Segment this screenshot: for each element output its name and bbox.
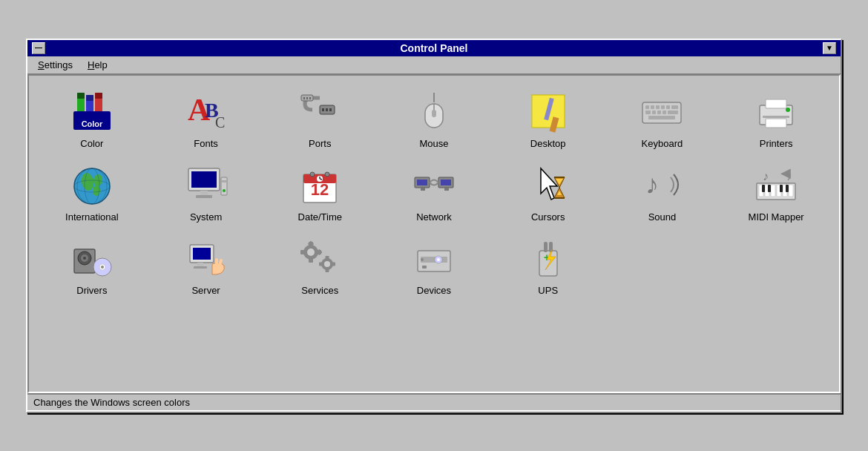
drivers-icon bbox=[68, 234, 116, 282]
desktop-icon-item[interactable]: Desktop bbox=[491, 83, 605, 154]
sound-icon: ♪ bbox=[638, 161, 685, 208]
svg-point-45 bbox=[786, 108, 790, 112]
datetime-icon-item[interactable]: 12 Date/Time bbox=[263, 157, 377, 227]
cursors-icon bbox=[525, 161, 572, 208]
svg-rect-20 bbox=[306, 97, 308, 99]
drivers-icon-item[interactable]: Drivers bbox=[35, 230, 149, 300]
minimize-maximize-button[interactable]: ▼ bbox=[823, 42, 836, 54]
services-label: Services bbox=[301, 285, 338, 296]
devices-icon bbox=[410, 234, 458, 282]
status-text: Changes the Windows screen colors bbox=[33, 397, 190, 408]
svg-rect-54 bbox=[191, 171, 217, 188]
desktop-label: Desktop bbox=[530, 138, 566, 149]
svg-rect-15 bbox=[322, 108, 324, 111]
fonts-label: Fonts bbox=[194, 138, 218, 149]
svg-rect-116 bbox=[326, 268, 329, 272]
devices-label: Devices bbox=[417, 285, 451, 296]
international-label: International bbox=[65, 211, 119, 223]
system-menu-button[interactable]: — bbox=[32, 42, 45, 54]
svg-rect-38 bbox=[662, 111, 666, 114]
ports-label: Ports bbox=[309, 138, 331, 149]
svg-rect-30 bbox=[651, 105, 654, 109]
svg-rect-58 bbox=[222, 180, 226, 182]
svg-point-97 bbox=[83, 257, 86, 260]
svg-rect-33 bbox=[666, 105, 670, 109]
svg-rect-117 bbox=[319, 262, 323, 266]
svg-text:♪: ♪ bbox=[763, 170, 769, 182]
svg-rect-16 bbox=[326, 108, 328, 111]
printers-icon bbox=[752, 88, 800, 135]
svg-rect-35 bbox=[645, 111, 651, 114]
svg-point-121 bbox=[421, 258, 424, 261]
svg-rect-42 bbox=[766, 99, 786, 108]
svg-rect-103 bbox=[197, 263, 203, 266]
ups-icon-item[interactable]: + - UPS bbox=[491, 230, 605, 300]
server-icon bbox=[183, 234, 230, 282]
ups-icon: + - bbox=[525, 234, 572, 282]
cursors-icon-item[interactable]: Cursors bbox=[491, 157, 605, 227]
settings-menu[interactable]: Settings bbox=[30, 58, 80, 72]
icons-grid: Color Color A B C Fonts bbox=[35, 83, 833, 300]
svg-point-64 bbox=[325, 172, 329, 177]
svg-rect-104 bbox=[194, 266, 207, 269]
svg-rect-17 bbox=[329, 108, 332, 111]
mouse-icon-item[interactable]: Mouse bbox=[377, 83, 491, 154]
svg-rect-109 bbox=[300, 250, 306, 254]
services-icon bbox=[296, 234, 343, 282]
color-icon-item[interactable]: Color Color bbox=[35, 83, 149, 154]
svg-rect-19 bbox=[303, 97, 305, 99]
svg-rect-21 bbox=[309, 97, 311, 99]
svg-rect-44 bbox=[763, 116, 789, 118]
svg-rect-84 bbox=[771, 185, 775, 197]
sound-label: Sound bbox=[648, 211, 677, 223]
network-label: Network bbox=[416, 211, 452, 223]
svg-rect-37 bbox=[657, 111, 661, 114]
ports-icon-item[interactable]: Ports bbox=[263, 83, 377, 154]
network-icon-item[interactable]: Network bbox=[377, 157, 491, 227]
system-icon bbox=[183, 161, 230, 208]
menu-bar: Settings Help bbox=[27, 56, 841, 74]
svg-rect-71 bbox=[441, 180, 451, 185]
international-icon-item[interactable]: International bbox=[35, 157, 149, 227]
svg-rect-69 bbox=[417, 180, 427, 185]
svg-text:Color: Color bbox=[81, 119, 102, 128]
svg-rect-1 bbox=[77, 93, 85, 99]
svg-rect-57 bbox=[221, 177, 227, 195]
datetime-label: Date/Time bbox=[298, 211, 342, 223]
midi-icon-item[interactable]: ♪ ◀ MIDI Mapper bbox=[719, 157, 833, 227]
svg-rect-120 bbox=[421, 257, 447, 263]
svg-rect-24 bbox=[432, 110, 436, 117]
fonts-icon-item[interactable]: A B C Fonts bbox=[149, 83, 263, 154]
svg-rect-90 bbox=[780, 185, 783, 192]
sound-icon-item[interactable]: ♪ Sound bbox=[605, 157, 720, 227]
svg-point-114 bbox=[324, 261, 330, 267]
status-bar: Changes the Windows screen colors bbox=[27, 393, 841, 412]
keyboard-icon-item[interactable]: Keyboard bbox=[605, 83, 720, 154]
midi-label: MIDI Mapper bbox=[749, 211, 804, 223]
ups-label: UPS bbox=[538, 285, 558, 296]
svg-rect-39 bbox=[668, 111, 678, 114]
color-icon: Color bbox=[68, 88, 116, 135]
svg-line-67 bbox=[320, 179, 322, 180]
svg-point-100 bbox=[101, 266, 104, 269]
svg-rect-55 bbox=[200, 191, 208, 195]
system-icon-item[interactable]: System bbox=[149, 157, 263, 227]
window-title: Control Panel bbox=[45, 42, 823, 54]
svg-rect-73 bbox=[444, 188, 449, 191]
help-menu[interactable]: Help bbox=[80, 58, 115, 72]
svg-rect-29 bbox=[645, 105, 649, 109]
printers-icon-item[interactable]: Printers bbox=[719, 83, 833, 154]
svg-rect-43 bbox=[766, 119, 786, 128]
devices-icon-item[interactable]: Devices bbox=[377, 230, 491, 300]
desktop-icon bbox=[525, 88, 572, 135]
network-icon bbox=[410, 161, 458, 208]
svg-text:C: C bbox=[215, 114, 225, 131]
svg-text:♪: ♪ bbox=[645, 169, 659, 200]
services-icon-item[interactable]: Services bbox=[263, 230, 377, 300]
mouse-icon bbox=[410, 88, 458, 135]
svg-rect-118 bbox=[331, 262, 335, 266]
svg-point-123 bbox=[437, 258, 440, 261]
svg-rect-128 bbox=[544, 242, 548, 252]
midi-icon: ♪ ◀ bbox=[752, 161, 800, 208]
server-icon-item[interactable]: Server bbox=[149, 230, 263, 300]
